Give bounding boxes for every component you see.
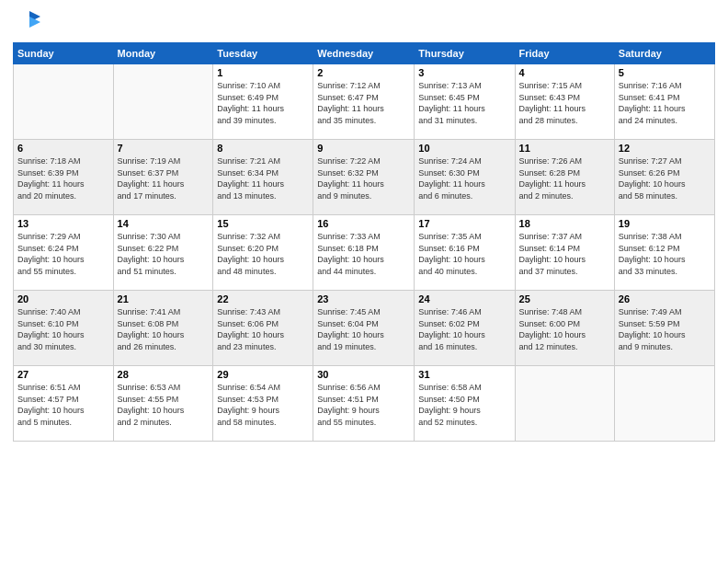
day-info: Sunrise: 7:13 AM Sunset: 6:45 PM Dayligh… [418, 80, 510, 126]
day-info: Sunrise: 7:19 AM Sunset: 6:37 PM Dayligh… [118, 155, 210, 201]
calendar-cell: 23Sunrise: 7:45 AM Sunset: 6:04 PM Dayli… [313, 291, 415, 366]
day-info: Sunrise: 7:10 AM Sunset: 6:49 PM Dayligh… [217, 80, 309, 126]
day-info: Sunrise: 6:53 AM Sunset: 4:55 PM Dayligh… [118, 382, 210, 428]
day-info: Sunrise: 7:16 AM Sunset: 6:41 PM Dayligh… [619, 80, 711, 126]
calendar-table: Sunday Monday Tuesday Wednesday Thursday… [13, 42, 715, 442]
day-number: 18 [519, 218, 610, 229]
day-info: Sunrise: 6:54 AM Sunset: 4:53 PM Dayligh… [217, 382, 309, 428]
day-number: 28 [118, 369, 210, 380]
calendar-cell: 27Sunrise: 6:51 AM Sunset: 4:57 PM Dayli… [14, 366, 114, 442]
day-info: Sunrise: 7:21 AM Sunset: 6:34 PM Dayligh… [217, 155, 309, 201]
calendar-cell: 12Sunrise: 7:27 AM Sunset: 6:26 PM Dayli… [614, 140, 714, 215]
day-info: Sunrise: 7:49 AM Sunset: 5:59 PM Dayligh… [619, 306, 711, 352]
day-number: 12 [619, 143, 711, 154]
day-info: Sunrise: 7:33 AM Sunset: 6:18 PM Dayligh… [317, 231, 410, 277]
calendar-cell [14, 64, 114, 140]
day-info: Sunrise: 7:45 AM Sunset: 6:04 PM Dayligh… [317, 306, 410, 352]
calendar-cell: 8Sunrise: 7:21 AM Sunset: 6:34 PM Daylig… [213, 140, 313, 215]
day-number: 6 [17, 143, 109, 154]
day-number: 1 [217, 67, 309, 78]
day-number: 13 [17, 218, 109, 229]
col-friday: Friday [515, 43, 614, 64]
day-info: Sunrise: 7:38 AM Sunset: 6:12 PM Dayligh… [619, 231, 711, 277]
day-info: Sunrise: 6:56 AM Sunset: 4:51 PM Dayligh… [317, 382, 410, 428]
day-info: Sunrise: 7:35 AM Sunset: 6:16 PM Dayligh… [418, 231, 510, 277]
day-info: Sunrise: 7:48 AM Sunset: 6:00 PM Dayligh… [519, 306, 610, 352]
day-number: 4 [519, 67, 610, 78]
day-info: Sunrise: 7:30 AM Sunset: 6:22 PM Dayligh… [118, 231, 210, 277]
day-info: Sunrise: 7:32 AM Sunset: 6:20 PM Dayligh… [217, 231, 309, 277]
calendar-cell: 28Sunrise: 6:53 AM Sunset: 4:55 PM Dayli… [113, 366, 213, 442]
day-number: 16 [317, 218, 410, 229]
calendar-cell: 10Sunrise: 7:24 AM Sunset: 6:30 PM Dayli… [415, 140, 515, 215]
calendar-cell: 25Sunrise: 7:48 AM Sunset: 6:00 PM Dayli… [515, 291, 614, 366]
calendar-week-row: 6Sunrise: 7:18 AM Sunset: 6:39 PM Daylig… [14, 140, 715, 215]
calendar-week-row: 27Sunrise: 6:51 AM Sunset: 4:57 PM Dayli… [14, 366, 715, 442]
day-info: Sunrise: 7:43 AM Sunset: 6:06 PM Dayligh… [217, 306, 309, 352]
calendar-cell: 4Sunrise: 7:15 AM Sunset: 6:43 PM Daylig… [515, 64, 614, 140]
col-wednesday: Wednesday [313, 43, 415, 64]
day-number: 3 [418, 67, 510, 78]
logo-flag-icon [17, 9, 42, 35]
day-number: 8 [217, 143, 309, 154]
day-number: 17 [418, 218, 510, 229]
day-number: 24 [418, 293, 510, 304]
calendar-cell: 18Sunrise: 7:37 AM Sunset: 6:14 PM Dayli… [515, 215, 614, 291]
day-number: 30 [317, 369, 410, 380]
day-number: 7 [118, 143, 210, 154]
day-number: 10 [418, 143, 510, 154]
day-number: 20 [17, 293, 109, 304]
day-info: Sunrise: 7:12 AM Sunset: 6:47 PM Dayligh… [317, 80, 410, 126]
day-number: 11 [519, 143, 610, 154]
calendar-cell: 15Sunrise: 7:32 AM Sunset: 6:20 PM Dayli… [213, 215, 313, 291]
day-info: Sunrise: 7:26 AM Sunset: 6:28 PM Dayligh… [519, 155, 610, 201]
day-info: Sunrise: 7:27 AM Sunset: 6:26 PM Dayligh… [619, 155, 711, 201]
calendar-cell: 14Sunrise: 7:30 AM Sunset: 6:22 PM Dayli… [113, 215, 213, 291]
calendar-cell: 11Sunrise: 7:26 AM Sunset: 6:28 PM Dayli… [515, 140, 614, 215]
calendar-cell: 31Sunrise: 6:58 AM Sunset: 4:50 PM Dayli… [415, 366, 515, 442]
day-info: Sunrise: 7:18 AM Sunset: 6:39 PM Dayligh… [17, 155, 109, 201]
calendar-header-row: Sunday Monday Tuesday Wednesday Thursday… [14, 43, 715, 64]
day-info: Sunrise: 7:24 AM Sunset: 6:30 PM Dayligh… [418, 155, 510, 201]
calendar-cell: 3Sunrise: 7:13 AM Sunset: 6:45 PM Daylig… [415, 64, 515, 140]
day-number: 9 [317, 143, 410, 154]
day-number: 27 [17, 369, 109, 380]
calendar-cell: 2Sunrise: 7:12 AM Sunset: 6:47 PM Daylig… [313, 64, 415, 140]
day-info: Sunrise: 7:15 AM Sunset: 6:43 PM Dayligh… [519, 80, 610, 126]
calendar-cell: 19Sunrise: 7:38 AM Sunset: 6:12 PM Dayli… [614, 215, 714, 291]
day-info: Sunrise: 7:22 AM Sunset: 6:32 PM Dayligh… [317, 155, 410, 201]
calendar-cell [515, 366, 614, 442]
calendar-cell: 24Sunrise: 7:46 AM Sunset: 6:02 PM Dayli… [415, 291, 515, 366]
day-number: 2 [317, 67, 410, 78]
day-number: 15 [217, 218, 309, 229]
day-number: 29 [217, 369, 309, 380]
calendar-cell: 7Sunrise: 7:19 AM Sunset: 6:37 PM Daylig… [113, 140, 213, 215]
day-info: Sunrise: 7:40 AM Sunset: 6:10 PM Dayligh… [17, 306, 109, 352]
col-thursday: Thursday [415, 43, 515, 64]
day-number: 25 [519, 293, 610, 304]
calendar-cell: 20Sunrise: 7:40 AM Sunset: 6:10 PM Dayli… [14, 291, 114, 366]
logo [13, 9, 42, 35]
day-number: 21 [118, 293, 210, 304]
day-info: Sunrise: 7:46 AM Sunset: 6:02 PM Dayligh… [418, 306, 510, 352]
calendar-cell: 29Sunrise: 6:54 AM Sunset: 4:53 PM Dayli… [213, 366, 313, 442]
calendar-cell: 5Sunrise: 7:16 AM Sunset: 6:41 PM Daylig… [614, 64, 714, 140]
day-info: Sunrise: 7:41 AM Sunset: 6:08 PM Dayligh… [118, 306, 210, 352]
calendar-cell: 6Sunrise: 7:18 AM Sunset: 6:39 PM Daylig… [14, 140, 114, 215]
col-saturday: Saturday [614, 43, 714, 64]
col-sunday: Sunday [14, 43, 114, 64]
col-monday: Monday [113, 43, 213, 64]
col-tuesday: Tuesday [213, 43, 313, 64]
day-info: Sunrise: 6:51 AM Sunset: 4:57 PM Dayligh… [17, 382, 109, 428]
calendar-week-row: 1Sunrise: 7:10 AM Sunset: 6:49 PM Daylig… [14, 64, 715, 140]
day-number: 23 [317, 293, 410, 304]
calendar-cell: 16Sunrise: 7:33 AM Sunset: 6:18 PM Dayli… [313, 215, 415, 291]
day-number: 14 [118, 218, 210, 229]
calendar-cell: 9Sunrise: 7:22 AM Sunset: 6:32 PM Daylig… [313, 140, 415, 215]
calendar-cell: 30Sunrise: 6:56 AM Sunset: 4:51 PM Dayli… [313, 366, 415, 442]
calendar-cell [614, 366, 714, 442]
calendar-cell: 1Sunrise: 7:10 AM Sunset: 6:49 PM Daylig… [213, 64, 313, 140]
calendar-week-row: 20Sunrise: 7:40 AM Sunset: 6:10 PM Dayli… [14, 291, 715, 366]
calendar-cell: 17Sunrise: 7:35 AM Sunset: 6:16 PM Dayli… [415, 215, 515, 291]
day-info: Sunrise: 7:29 AM Sunset: 6:24 PM Dayligh… [17, 231, 109, 277]
